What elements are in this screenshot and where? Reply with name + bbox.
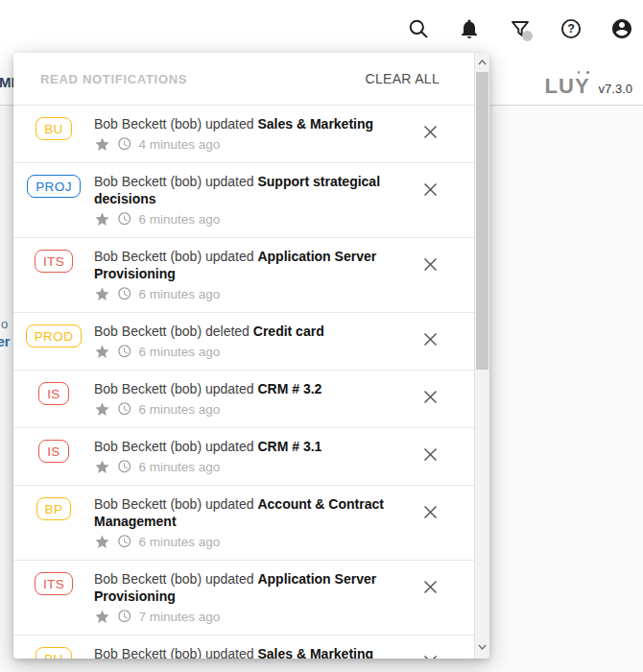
notification-content: Bob Beckett (bob) updated CRM # 3.1 6 mi… <box>94 436 386 476</box>
star-icon[interactable] <box>94 211 110 228</box>
badge-column: IS <box>13 436 94 476</box>
logo-y-dots <box>578 71 589 74</box>
close-icon[interactable] <box>422 389 439 405</box>
notification-item: PROD Bob Beckett (bob) deleted Credit ca… <box>13 313 474 371</box>
notification-title: Bob Beckett (bob) updated Application Se… <box>94 248 386 282</box>
clipped-link-fragment-2: er <box>0 334 10 349</box>
clock-icon <box>117 401 132 417</box>
star-icon[interactable] <box>94 459 110 475</box>
notification-text: Bob Beckett (bob) updated <box>94 174 257 189</box>
notifications-header: READ NOTIFICATIONS CLEAR ALL <box>13 53 474 106</box>
notification-item: ITS Bob Beckett (bob) updated Applicatio… <box>13 561 474 636</box>
notifications-bell-icon[interactable] <box>458 17 481 40</box>
svg-text:?: ? <box>567 22 575 36</box>
notification-subject: Sales & Marketing <box>257 646 373 659</box>
notification-title: Bob Beckett (bob) updated Account & Cont… <box>94 495 386 530</box>
close-column <box>386 246 474 303</box>
close-icon[interactable] <box>422 579 439 595</box>
search-icon[interactable] <box>407 17 430 40</box>
notification-meta: 7 minutes ago <box>94 607 386 626</box>
star-icon[interactable] <box>94 344 110 360</box>
notification-item: PROJ Bob Beckett (bob) updated Support s… <box>13 163 474 238</box>
notification-text: Bob Beckett (bob) updated <box>94 496 257 512</box>
notification-subject: Credit card <box>253 324 324 339</box>
clock-icon <box>117 459 132 474</box>
badge-column: PROD <box>13 321 94 361</box>
clock-icon <box>117 286 132 301</box>
close-icon[interactable] <box>422 124 439 140</box>
star-icon[interactable] <box>94 609 110 625</box>
badge-column: BU <box>13 113 94 154</box>
close-icon[interactable] <box>422 504 439 520</box>
clock-icon <box>117 344 132 359</box>
type-badge: BU <box>36 117 72 140</box>
star-icon[interactable] <box>94 136 110 153</box>
notification-item: BP Bob Beckett (bob) updated Account & C… <box>13 486 474 561</box>
notification-time: 6 minutes ago <box>139 345 221 359</box>
clear-all-button[interactable]: CLEAR ALL <box>366 71 440 86</box>
notification-title: Bob Beckett (bob) updated Sales & Market… <box>94 115 386 132</box>
close-icon[interactable] <box>422 654 439 659</box>
notification-text: Bob Beckett (bob) updated <box>94 439 257 454</box>
notification-time: 6 minutes ago <box>139 460 221 474</box>
badge-column: IS <box>13 378 94 419</box>
notification-text: Bob Beckett (bob) updated <box>94 571 257 587</box>
close-icon[interactable] <box>422 181 439 198</box>
badge-column: BP <box>13 493 94 551</box>
badge-column: ITS <box>13 246 94 303</box>
notification-item: BU Bob Beckett (bob) updated Sales & Mar… <box>13 106 474 163</box>
type-badge: IS <box>38 382 69 405</box>
notification-content: Bob Beckett (bob) deleted Credit card 6 … <box>94 321 386 361</box>
close-icon[interactable] <box>422 256 439 273</box>
badge-column: BU <box>13 643 94 659</box>
filter-icon[interactable] <box>509 17 532 40</box>
notification-time: 6 minutes ago <box>139 402 221 417</box>
close-column <box>386 643 474 659</box>
account-icon[interactable] <box>610 17 633 40</box>
scroll-down-arrow-icon[interactable] <box>475 639 489 655</box>
close-column <box>386 171 474 228</box>
notification-list: BU Bob Beckett (bob) updated Sales & Mar… <box>13 106 474 659</box>
notification-text: Bob Beckett (bob) updated <box>94 381 257 396</box>
notification-content: Bob Beckett (bob) updated Application Se… <box>94 246 386 303</box>
close-icon[interactable] <box>422 331 439 348</box>
badge-column: PROJ <box>13 171 94 228</box>
star-icon[interactable] <box>94 286 110 302</box>
panel-scrollbar[interactable] <box>474 53 489 659</box>
notification-title: Bob Beckett (bob) updated Sales & Market… <box>94 645 386 659</box>
notification-meta: 6 minutes ago <box>94 342 386 361</box>
help-icon[interactable]: ? <box>560 17 583 40</box>
scroll-up-arrow-icon[interactable] <box>475 55 489 70</box>
clock-icon <box>117 136 132 152</box>
notification-title: Bob Beckett (bob) updated Support strate… <box>94 173 386 207</box>
clock-icon <box>117 211 132 227</box>
notification-subject: Sales & Marketing <box>257 116 373 132</box>
notification-title: Bob Beckett (bob) updated CRM # 3.1 <box>94 438 386 455</box>
notification-item: ITS Bob Beckett (bob) updated Applicatio… <box>13 238 474 313</box>
close-icon[interactable] <box>422 446 439 463</box>
notification-title: Bob Beckett (bob) updated Application Se… <box>94 570 386 605</box>
notification-meta: 6 minutes ago <box>94 284 386 303</box>
notification-time: 6 minutes ago <box>139 212 221 227</box>
type-badge: PROJ <box>27 175 81 198</box>
star-icon[interactable] <box>94 401 110 418</box>
notification-text: Bob Beckett (bob) updated <box>94 249 257 264</box>
type-badge: BP <box>36 497 72 520</box>
close-column <box>386 113 474 154</box>
clipped-link-fragment-1: o <box>1 317 8 331</box>
notification-time: 6 minutes ago <box>139 535 221 549</box>
close-column <box>386 378 474 419</box>
brand: LUY v7.3.0 <box>545 74 632 99</box>
notification-content: Bob Beckett (bob) updated Application Se… <box>94 568 386 626</box>
notification-content: Bob Beckett (bob) updated Support strate… <box>94 171 386 228</box>
scrollbar-thumb[interactable] <box>476 72 488 370</box>
close-column <box>386 568 474 626</box>
star-icon[interactable] <box>94 534 110 550</box>
notification-content: Bob Beckett (bob) updated CRM # 3.2 6 mi… <box>94 378 386 419</box>
type-badge: PROD <box>26 324 83 348</box>
notification-title: Bob Beckett (bob) updated CRM # 3.2 <box>94 380 386 397</box>
type-badge: IS <box>38 440 69 463</box>
notification-time: 7 minutes ago <box>139 610 221 624</box>
type-badge: ITS <box>35 250 73 273</box>
notification-meta: 6 minutes ago <box>94 532 386 551</box>
